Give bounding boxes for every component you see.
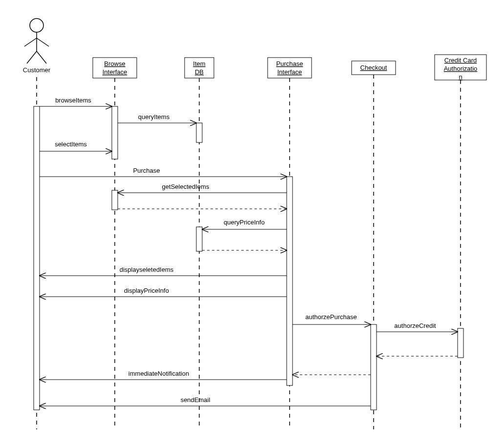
- msg-immediatenotification-label: immediateNotification: [128, 370, 189, 377]
- svg-text:Interface: Interface: [277, 68, 302, 76]
- msg-authorizecredit-label: authorzeCredit: [394, 322, 436, 329]
- svg-text:Browse: Browse: [104, 60, 125, 67]
- msg-getselecteditems-label: getSelectedIems: [162, 183, 210, 190]
- msg-purchase-label: Purchase: [133, 167, 160, 174]
- svg-text:Checkout: Checkout: [360, 64, 387, 71]
- activation-itemdb-2: [196, 227, 202, 251]
- svg-text:Item: Item: [193, 60, 205, 67]
- msg-queryitems-label: queryItems: [138, 113, 170, 121]
- msg-sendemail-label: sendEmail: [181, 396, 210, 404]
- participant-browse: Browse Interface: [93, 58, 137, 78]
- participant-checkout: Checkout: [352, 61, 396, 75]
- svg-line-2: [24, 38, 37, 46]
- msg-authorizepurchase-label: authorzePurchase: [305, 313, 357, 321]
- svg-line-3: [37, 38, 49, 46]
- participant-itemdb: Item DB: [185, 58, 214, 78]
- actor-customer: Customer: [23, 19, 51, 74]
- activation-customer: [34, 106, 40, 410]
- svg-point-0: [30, 19, 43, 32]
- actor-label: Customer: [23, 66, 51, 74]
- svg-line-4: [27, 51, 37, 63]
- svg-text:DB: DB: [195, 68, 204, 76]
- activation-purchase: [287, 177, 293, 385]
- svg-text:Authorizatio: Authorizatio: [444, 65, 478, 72]
- svg-text:Credit Card: Credit Card: [444, 57, 477, 64]
- svg-text:Interface: Interface: [103, 68, 127, 76]
- svg-text:Purchase: Purchase: [276, 60, 303, 67]
- msg-displaypriceinfo-label: displayPriceInfo: [124, 287, 169, 294]
- msg-querypriceinfo-label: queryPriceInfo: [224, 219, 265, 226]
- msg-selectitems-label: selectItems: [55, 141, 87, 148]
- activation-browse-1: [112, 106, 118, 159]
- activation-checkout: [371, 324, 377, 410]
- activation-browse-2: [112, 190, 118, 210]
- participant-purchase: Purchase Interface: [268, 58, 312, 78]
- participant-creditcard: Credit Card Authorizatio n: [435, 55, 486, 81]
- svg-line-5: [37, 51, 46, 63]
- svg-text:n: n: [459, 73, 462, 81]
- msg-displayselecteditems-label: displayseletedIems: [120, 266, 174, 273]
- activation-itemdb-1: [196, 123, 202, 142]
- activation-creditcard: [458, 328, 463, 358]
- msg-browseitems-label: browseItems: [55, 97, 91, 104]
